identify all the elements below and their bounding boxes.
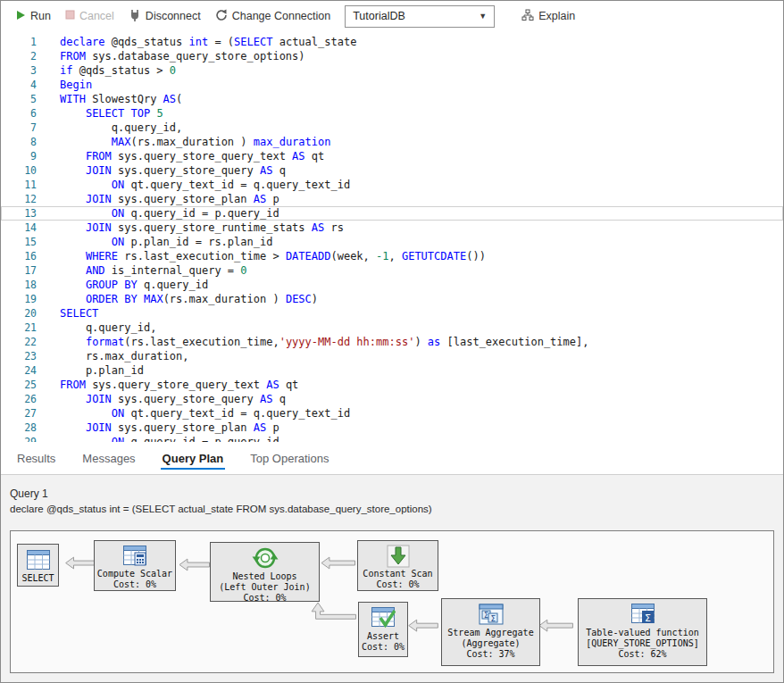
code-text: ON q.query_id = p.query_id — [40, 206, 279, 221]
code-line[interactable]: 2FROM sys.database_query_store_options) — [1, 49, 783, 63]
code-text: ORDER BY MAX(rs.max_duration ) DESC) — [40, 292, 318, 306]
tab-query-plan[interactable]: Query Plan — [161, 446, 226, 471]
execution-plan-canvas[interactable]: SELECTCompute ScalarCost: 0%Nested Loops… — [10, 530, 774, 673]
line-number: 18 — [1, 278, 40, 292]
code-text: declare @qds_status int = (SELECT actual… — [40, 35, 356, 49]
toolbar: Run Cancel Disconnect Change Connection … — [1, 1, 783, 32]
code-text: JOIN sys.query_store_plan AS p — [40, 192, 279, 206]
code-text: FROM sys.query_store_query_text AS qt — [40, 378, 298, 392]
code-text: JOIN sys.query_store_plan AS p — [40, 421, 279, 435]
code-text: JOIN sys.query_store_query AS q — [40, 392, 286, 406]
code-line[interactable]: 18 GROUP BY q.query_id — [1, 278, 783, 292]
code-line[interactable]: 4Begin — [1, 78, 783, 92]
line-number: 13 — [1, 206, 40, 221]
code-line[interactable]: 5WITH SlowestQry AS( — [1, 92, 783, 106]
plan-node-label: Cost: 0% — [113, 579, 156, 590]
tab-messages[interactable]: Messages — [80, 446, 137, 471]
plan-node-nested-loops[interactable]: Nested Loops(Left Outer Join)Cost: 0% — [210, 542, 320, 602]
plan-node-constant-scan[interactable]: Constant ScanCost: 0% — [357, 540, 438, 591]
code-line[interactable]: 20SELECT — [1, 306, 783, 321]
plan-node-label: (Aggregate) — [461, 638, 520, 649]
sql-editor[interactable]: 1declare @qds_status int = (SELECT actua… — [1, 31, 783, 446]
code-line[interactable]: 14 JOIN sys.query_store_runtime_stats AS… — [1, 221, 783, 235]
code-line[interactable]: 15 ON p.plan_id = rs.plan_id — [1, 235, 783, 249]
code-line[interactable]: 9 FROM sys.query_store_query_text AS qt — [1, 149, 783, 163]
code-line[interactable]: 12 JOIN sys.query_store_plan AS p — [1, 192, 783, 206]
line-number: 25 — [1, 378, 40, 392]
code-line[interactable]: 23 rs.max_duration, — [1, 349, 783, 363]
code-line[interactable]: 24 p.plan_id — [1, 363, 783, 378]
code-text: AND is_internal_query = 0 — [40, 263, 247, 278]
code-line[interactable]: 17 AND is_internal_query = 0 — [1, 263, 783, 278]
line-number: 14 — [1, 221, 40, 235]
stream-aggregate-icon: ΣΣ — [479, 602, 504, 627]
line-number: 23 — [1, 349, 40, 363]
chevron-down-icon: ▼ — [479, 12, 487, 21]
plan-node-label: Cost: 0% — [243, 593, 286, 604]
line-number: 11 — [1, 178, 40, 192]
plan-node-select[interactable]: SELECT — [17, 544, 59, 587]
code-text: JOIN sys.query_store_query AS q — [40, 163, 286, 178]
code-line[interactable]: 3if @qds_status > 0 — [1, 63, 783, 78]
plan-node-assert[interactable]: AssertCost: 0% — [358, 602, 408, 657]
code-text: GROUP BY q.query_id — [40, 278, 208, 292]
plan-node-label: Stream Aggregate — [447, 628, 533, 638]
query-plan-panel: Query 1 declare @qds_status int = (SELEC… — [1, 474, 783, 682]
code-line[interactable]: 22 format(rs.last_execution_time,'yyyy-M… — [1, 335, 783, 349]
disconnect-button[interactable]: Disconnect — [129, 9, 201, 24]
tab-top-operations[interactable]: Top Operations — [248, 446, 330, 471]
plan-node-label: Cost: 62% — [618, 649, 666, 660]
plan-node-label: Constant Scan — [363, 569, 432, 579]
change-connection-button[interactable]: Change Connection — [215, 9, 331, 24]
code-text: MAX(rs.max_duration ) max_duration — [40, 135, 330, 149]
code-line[interactable]: 1declare @qds_status int = (SELECT actua… — [1, 35, 783, 49]
plan-edge — [179, 559, 210, 571]
code-line[interactable]: 13 ON q.query_id = p.query_id — [1, 206, 783, 221]
plan-node-compute-scalar[interactable]: Compute ScalarCost: 0% — [94, 540, 176, 591]
code-line[interactable]: 21 q.query_id, — [1, 321, 783, 335]
svg-text:Σ: Σ — [645, 612, 651, 624]
query-text: declare @qds_status int = (SELECT actual… — [10, 504, 774, 514]
cancel-label: Cancel — [79, 10, 114, 22]
query-editor-window: Run Cancel Disconnect Change Connection … — [0, 0, 784, 683]
code-line[interactable]: 8 MAX(rs.max_duration ) max_duration — [1, 135, 783, 149]
line-number: 8 — [1, 135, 40, 149]
assert-icon — [371, 605, 396, 630]
code-text: FROM sys.database_query_store_options) — [40, 49, 305, 63]
code-line[interactable]: 26 JOIN sys.query_store_query AS q — [1, 392, 783, 406]
code-line[interactable]: 19 ORDER BY MAX(rs.max_duration ) DESC) — [1, 292, 783, 306]
tab-results[interactable]: Results — [15, 446, 57, 471]
code-text: p.plan_id — [40, 363, 144, 378]
line-number: 16 — [1, 249, 40, 263]
line-number: 20 — [1, 306, 40, 321]
plan-node-label: [QUERY_STORE_OPTIONS] — [586, 638, 698, 649]
plan-node-label: Compute Scalar — [97, 569, 172, 579]
code-line[interactable]: 7 q.query_id, — [1, 121, 783, 135]
code-text: q.query_id, — [40, 121, 182, 135]
run-button[interactable]: Run — [15, 10, 51, 23]
line-number: 7 — [1, 121, 40, 135]
results-tabbar: ResultsMessagesQuery PlanTop Operations — [1, 442, 783, 474]
line-number: 26 — [1, 392, 40, 406]
line-number: 21 — [1, 321, 40, 335]
plan-node-table-valued-function[interactable]: ΣTable-valued function[QUERY_STORE_OPTIO… — [578, 598, 707, 666]
svg-text:Σ: Σ — [490, 614, 496, 623]
code-line[interactable]: 25FROM sys.query_store_query_text AS qt — [1, 378, 783, 392]
code-text: WITH SlowestQry AS( — [40, 92, 182, 106]
code-line[interactable]: 6 SELECT TOP 5 — [1, 106, 783, 121]
plan-node-stream-aggregate[interactable]: ΣΣStream Aggregate(Aggregate)Cost: 37% — [441, 598, 540, 666]
code-line[interactable]: 28 JOIN sys.query_store_plan AS p — [1, 421, 783, 435]
code-line[interactable]: 10 JOIN sys.query_store_query AS q — [1, 163, 783, 178]
line-number: 1 — [1, 35, 40, 49]
explain-button[interactable]: Explain — [521, 9, 575, 24]
code-line[interactable]: 11 ON qt.query_text_id = q.query_text_id — [1, 178, 783, 192]
cancel-button[interactable]: Cancel — [65, 10, 114, 22]
code-line[interactable]: 27 ON qt.query_text_id = q.query_text_id — [1, 406, 783, 421]
plan-node-label: (Left Outer Join) — [219, 582, 310, 593]
code-text: FROM sys.query_store_query_text AS qt — [40, 149, 324, 163]
code-text: rs.max_duration, — [40, 349, 189, 363]
database-selector[interactable]: TutorialDB ▼ — [345, 5, 495, 28]
line-number: 22 — [1, 335, 40, 349]
code-text: format(rs.last_execution_time,'yyyy-MM-d… — [40, 335, 588, 349]
code-line[interactable]: 16 WHERE rs.last_execution_time > DATEAD… — [1, 249, 783, 263]
